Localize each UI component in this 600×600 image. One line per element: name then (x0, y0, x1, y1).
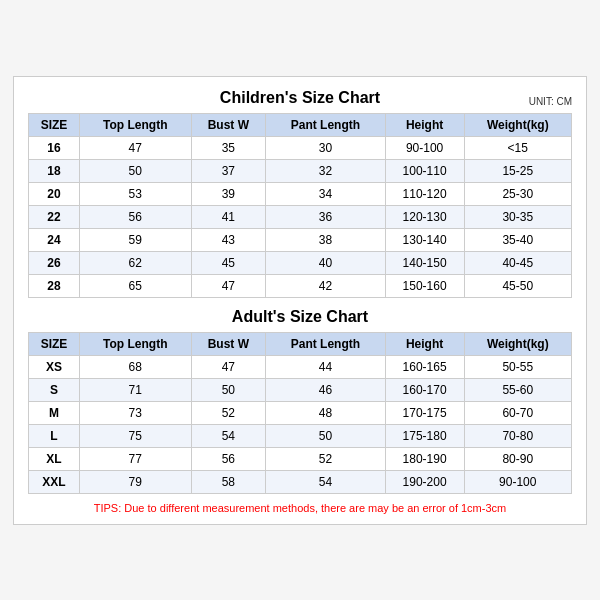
table-row: L755450175-18070-80 (29, 424, 572, 447)
children-header-cell: Pant Length (266, 113, 386, 136)
table-cell: 75 (79, 424, 191, 447)
table-cell: 65 (79, 274, 191, 297)
table-cell: 39 (191, 182, 266, 205)
children-header-cell: Bust W (191, 113, 266, 136)
adults-header-cell: Top Length (79, 332, 191, 355)
table-cell: 56 (191, 447, 266, 470)
table-cell: 160-170 (385, 378, 464, 401)
table-cell: 50-55 (464, 355, 571, 378)
table-cell: 22 (29, 205, 80, 228)
adults-section-header: Adult's Size Chart (28, 308, 572, 326)
children-header-cell: SIZE (29, 113, 80, 136)
table-cell: 47 (191, 274, 266, 297)
table-cell: 43 (191, 228, 266, 251)
table-row: 1647353090-100<15 (29, 136, 572, 159)
table-cell: 30 (266, 136, 386, 159)
adults-header-cell: Weight(kg) (464, 332, 571, 355)
table-row: XS684744160-16550-55 (29, 355, 572, 378)
adults-tbody: XS684744160-16550-55S715046160-17055-60M… (29, 355, 572, 493)
table-cell: 56 (79, 205, 191, 228)
table-cell: 28 (29, 274, 80, 297)
children-thead: SIZETop LengthBust WPant LengthHeightWei… (29, 113, 572, 136)
children-header-cell: Top Length (79, 113, 191, 136)
adults-header-cell: Bust W (191, 332, 266, 355)
table-cell: 32 (266, 159, 386, 182)
table-cell: XXL (29, 470, 80, 493)
chart-container: Children's Size Chart UNIT: CM SIZETop L… (13, 76, 587, 525)
table-cell: 44 (266, 355, 386, 378)
table-cell: 80-90 (464, 447, 571, 470)
table-cell: 70-80 (464, 424, 571, 447)
table-cell: 47 (191, 355, 266, 378)
children-tbody: 1647353090-100<1518503732100-11015-25205… (29, 136, 572, 297)
table-cell: 15-25 (464, 159, 571, 182)
table-cell: 170-175 (385, 401, 464, 424)
table-cell: 100-110 (385, 159, 464, 182)
adults-header-cell: Height (385, 332, 464, 355)
adults-title: Adult's Size Chart (232, 308, 368, 326)
table-cell: 54 (266, 470, 386, 493)
table-cell: 50 (191, 378, 266, 401)
table-cell: 55-60 (464, 378, 571, 401)
table-cell: 25-30 (464, 182, 571, 205)
table-cell: 48 (266, 401, 386, 424)
table-cell: 46 (266, 378, 386, 401)
table-cell: <15 (464, 136, 571, 159)
table-row: 26624540140-15040-45 (29, 251, 572, 274)
children-section-header: Children's Size Chart UNIT: CM (28, 89, 572, 107)
adults-header-cell: SIZE (29, 332, 80, 355)
table-cell: 42 (266, 274, 386, 297)
table-row: 18503732100-11015-25 (29, 159, 572, 182)
table-cell: 53 (79, 182, 191, 205)
unit-label: UNIT: CM (529, 96, 572, 107)
table-row: 22564136120-13030-35 (29, 205, 572, 228)
table-cell: L (29, 424, 80, 447)
table-cell: 77 (79, 447, 191, 470)
table-cell: 79 (79, 470, 191, 493)
table-cell: 71 (79, 378, 191, 401)
table-cell: 52 (266, 447, 386, 470)
table-row: XL775652180-19080-90 (29, 447, 572, 470)
table-cell: 90-100 (385, 136, 464, 159)
table-cell: 38 (266, 228, 386, 251)
table-cell: 59 (79, 228, 191, 251)
table-cell: 26 (29, 251, 80, 274)
table-cell: 36 (266, 205, 386, 228)
adults-header-row: SIZETop LengthBust WPant LengthHeightWei… (29, 332, 572, 355)
table-cell: 34 (266, 182, 386, 205)
children-header-cell: Height (385, 113, 464, 136)
table-cell: 24 (29, 228, 80, 251)
table-cell: M (29, 401, 80, 424)
table-cell: 30-35 (464, 205, 571, 228)
table-cell: XL (29, 447, 80, 470)
table-cell: 140-150 (385, 251, 464, 274)
table-cell: 50 (266, 424, 386, 447)
table-cell: 150-160 (385, 274, 464, 297)
table-cell: 35-40 (464, 228, 571, 251)
adults-table: SIZETop LengthBust WPant LengthHeightWei… (28, 332, 572, 494)
table-row: 24594338130-14035-40 (29, 228, 572, 251)
table-cell: 60-70 (464, 401, 571, 424)
children-header-row: SIZETop LengthBust WPant LengthHeightWei… (29, 113, 572, 136)
children-title: Children's Size Chart (220, 89, 380, 107)
table-row: S715046160-17055-60 (29, 378, 572, 401)
table-row: 20533934110-12025-30 (29, 182, 572, 205)
table-cell: 68 (79, 355, 191, 378)
table-cell: 50 (79, 159, 191, 182)
table-cell: 45-50 (464, 274, 571, 297)
table-cell: 40 (266, 251, 386, 274)
table-cell: 40-45 (464, 251, 571, 274)
table-cell: 18 (29, 159, 80, 182)
adults-header-cell: Pant Length (266, 332, 386, 355)
table-row: XXL795854190-20090-100 (29, 470, 572, 493)
table-cell: 52 (191, 401, 266, 424)
table-cell: 73 (79, 401, 191, 424)
table-cell: 160-165 (385, 355, 464, 378)
table-cell: S (29, 378, 80, 401)
table-cell: 54 (191, 424, 266, 447)
table-cell: 16 (29, 136, 80, 159)
table-cell: 130-140 (385, 228, 464, 251)
table-cell: 120-130 (385, 205, 464, 228)
table-row: 28654742150-16045-50 (29, 274, 572, 297)
table-cell: 41 (191, 205, 266, 228)
